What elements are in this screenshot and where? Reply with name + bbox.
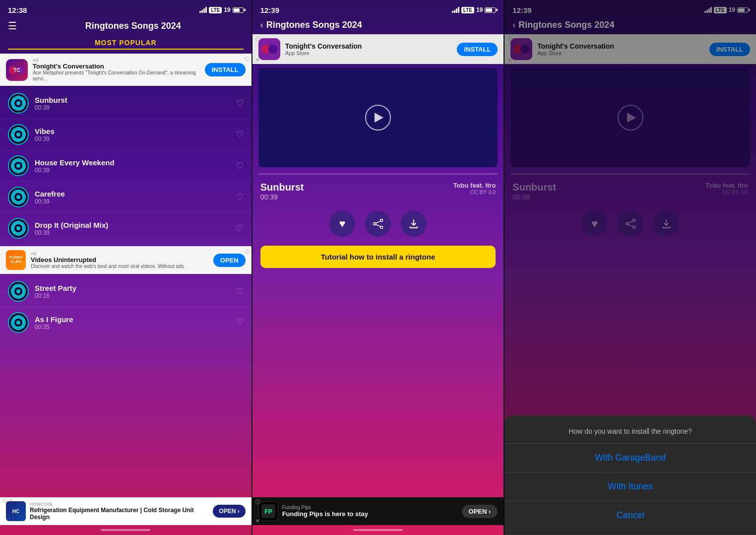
install-button-2[interactable]: INSTALL — [457, 43, 498, 56]
disc-inner-3 — [16, 164, 20, 168]
svg-text:TC: TC — [13, 67, 20, 73]
bottom-ad-icon-2: FP — [258, 501, 278, 521]
ad-text-1: Ad Tonight's Conversation Ace Metaphor p… — [33, 58, 200, 82]
s-bar-4 — [458, 7, 459, 13]
song-item-house[interactable]: House Every Weekend 00:39 ♡ — [0, 150, 252, 182]
license-2: CC BY 3.0 — [453, 189, 496, 195]
open-button-2[interactable]: OPEN — [213, 254, 246, 267]
disc-inner-5 — [16, 226, 20, 230]
action-buttons-2: ♥ — [252, 206, 504, 242]
heart-action-button-2[interactable]: ♥ — [329, 211, 355, 237]
lte-badge-2: LTE — [461, 7, 474, 13]
disc-inner — [16, 101, 20, 105]
song-duration-carefree: 00:39 — [35, 198, 230, 205]
song-detail-right-2: Tobu feat. Itro CC BY 3.0 — [453, 182, 496, 195]
hamburger-menu-icon[interactable]: ☰ — [8, 20, 17, 32]
disc-vibes — [8, 124, 29, 145]
panel-1: 12:38 LTE 19 ☰ Ringtones Songs 2024 MOST… — [0, 0, 252, 535]
nav-title-2: Ringtones Songs 2024 — [266, 20, 362, 30]
battery-icon-1 — [233, 7, 244, 13]
lte-badge-1: LTE — [209, 7, 222, 13]
play-triangle-2 — [375, 113, 383, 123]
play-button-2[interactable] — [365, 105, 391, 131]
svg-line-9 — [376, 221, 380, 224]
share-action-button-2[interactable] — [365, 211, 391, 237]
song-item-vibes[interactable]: Vibes 00:39 ♡ — [0, 119, 252, 150]
detail-ad-subtitle-2: App Store — [285, 50, 452, 56]
disc-street — [8, 281, 29, 302]
song-info-street: Street Party 00:16 — [35, 284, 230, 299]
song-duration-vibes: 00:39 — [35, 135, 230, 142]
detail-ad-icon-2 — [258, 38, 280, 60]
install-dialog: How do you want to install the ringtone?… — [504, 415, 756, 535]
bottom-ad-company-2: Funding Pips — [282, 505, 458, 510]
disc-asifigure — [8, 312, 29, 333]
heart-icon-sunburst[interactable]: ♡ — [236, 98, 244, 109]
song-name-street: Street Party — [35, 284, 230, 292]
video-player-2[interactable] — [258, 68, 498, 167]
heart-icon-carefree[interactable]: ♡ — [236, 192, 244, 202]
bottom-ad-info-2: ⓘ — [255, 499, 260, 506]
dialog-option-garageband[interactable]: With GarageBand — [504, 444, 756, 472]
song-duration-house: 00:39 — [35, 167, 230, 174]
disc-inner-4 — [16, 195, 20, 199]
bottom-open-button-2[interactable]: OPEN › — [462, 505, 498, 518]
bottom-ad-close-2[interactable]: ✕ — [255, 518, 259, 524]
home-bar-1 — [101, 529, 150, 531]
ad-banner-1: ⓘ TC Ad Tonight's Conversation Ace Metap… — [0, 54, 252, 86]
song-detail-info-2: Sunburst 00:39 Tobu feat. Itro CC BY 3.0 — [252, 177, 504, 206]
detail-song-name-2: Sunburst — [260, 182, 304, 193]
battery-fill-1 — [234, 8, 240, 12]
ad-icon-1: TC — [6, 59, 28, 81]
detail-ad-close-2[interactable]: ✕ — [255, 57, 259, 63]
disc-inner-2 — [16, 133, 20, 136]
install-button-1[interactable]: INSTALL — [205, 63, 246, 76]
nav-bar-1: ☰ Ringtones Songs 2024 — [0, 18, 252, 36]
dialog-question: How do you want to install the ringtone? — [504, 423, 756, 443]
svg-point-8 — [380, 226, 383, 229]
dialog-option-cancel[interactable]: Cancel — [504, 501, 756, 535]
signal-icons-1: LTE 19 — [199, 6, 244, 13]
s-bar-1 — [452, 11, 453, 13]
song-duration-street: 00:16 — [35, 292, 230, 299]
bottom-ad-2: ⓘ ✕ FP Funding Pips Funding Pips is here… — [252, 497, 504, 525]
heart-icon-dropit[interactable]: ♡ — [236, 223, 244, 234]
disc-carefree — [8, 187, 29, 207]
heart-icon-vibes[interactable]: ♡ — [236, 129, 244, 140]
song-item-dropit[interactable]: Drop It (Original Mix) 00:39 ♡ — [0, 213, 252, 244]
ad-info-icon-2[interactable]: ⓘ — [245, 248, 250, 255]
most-popular-label: MOST POPULAR — [8, 36, 244, 50]
bottom-open-button[interactable]: OPEN › — [213, 505, 245, 518]
song-info-carefree: Carefree 00:39 — [35, 190, 230, 205]
song-item-sunburst[interactable]: Sunburst 00:39 ♡ — [0, 88, 252, 119]
bottom-ad-close[interactable]: ✕ — [9, 498, 13, 503]
download-action-button-2[interactable] — [401, 211, 427, 237]
song-name-dropit: Drop It (Original Mix) — [35, 221, 230, 229]
ad-text-2: Ad Videos Uninterrupted Discover and wat… — [31, 251, 208, 269]
ad-title-1: Tonight's Conversation — [33, 63, 200, 70]
song-info-house: House Every Weekend 00:39 — [35, 158, 230, 174]
artist-2: Tobu feat. Itro — [453, 182, 496, 189]
song-item-street[interactable]: Street Party 00:16 ♡ — [0, 276, 252, 307]
signal-bar-4 — [205, 7, 207, 13]
funny-clips-icon: FUNNY CLIPS — [6, 250, 26, 270]
song-item-carefree[interactable]: Carefree 00:39 ♡ — [0, 182, 252, 213]
ad-banner-2: ⓘ FUNNY CLIPS Ad Videos Uninterrupted Di… — [0, 246, 252, 274]
battery-icon-2 — [485, 7, 496, 13]
s-bar-3 — [456, 8, 457, 13]
heart-icon-asifigure[interactable]: ♡ — [236, 317, 244, 328]
dialog-option-itunes[interactable]: With Itunes — [504, 472, 756, 501]
back-arrow-2[interactable]: ‹ — [260, 20, 263, 30]
heart-icon-house[interactable]: ♡ — [236, 160, 244, 171]
ad-info-icon[interactable]: ⓘ — [245, 56, 250, 63]
song-name-asifigure: As I Figure — [35, 315, 230, 324]
song-item-asifigure[interactable]: As I Figure 00:35 ♡ — [0, 307, 252, 338]
disc-house — [8, 155, 29, 176]
tutorial-button-2[interactable]: Tutorial how to install a ringtone — [260, 246, 496, 268]
song-name-house: House Every Weekend — [35, 158, 230, 167]
heart-icon-street[interactable]: ♡ — [236, 286, 244, 297]
detail-ad-banner-2: ⓘ ✕ Tonight's Conversation App Store INS… — [252, 34, 504, 64]
progress-bar-2[interactable] — [258, 173, 498, 175]
ad-desc-1: Ace Metaphor presents "Tonight's Convers… — [33, 70, 200, 82]
svg-text:FP: FP — [264, 508, 272, 515]
